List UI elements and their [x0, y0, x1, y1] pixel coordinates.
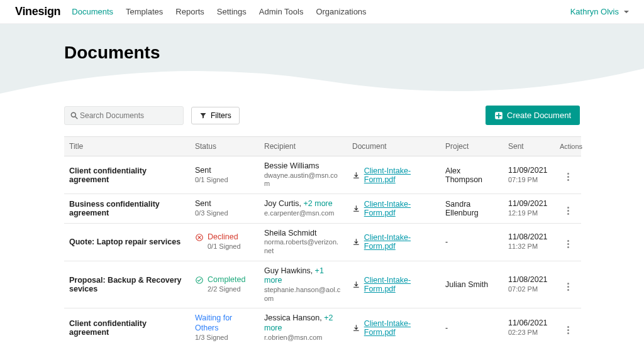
- page-title: Documents: [64, 43, 580, 63]
- status-label: Completed: [208, 275, 245, 285]
- recipient-name: Bessie Williams: [264, 161, 342, 172]
- document-link[interactable]: Client-Intake-Form.pdf: [364, 200, 435, 217]
- download-icon[interactable]: [352, 280, 360, 289]
- cell-title: Client confidentiality agreement: [64, 156, 190, 194]
- user-name: Kathryn Olvis: [570, 7, 619, 16]
- document-link[interactable]: Client-Intake-Form.pdf: [364, 276, 435, 293]
- table-body: Client confidentiality agreementSent0/1 …: [64, 156, 581, 344]
- cell-project: Julian Smith: [440, 261, 503, 308]
- cell-actions[interactable]: [555, 261, 581, 308]
- cell-status: Waiting for Others1/3 Signed: [190, 308, 259, 343]
- recipient-name: Guy Hawkins, +1 more: [264, 266, 342, 286]
- create-label: Create Document: [507, 111, 571, 120]
- nav-link-templates[interactable]: Templates: [126, 7, 163, 16]
- brand-logo: Vinesign: [15, 5, 60, 18]
- cell-document: Client-Intake-Form.pdf: [347, 261, 440, 308]
- top-nav: Vinesign DocumentsTemplatesReportsSettin…: [0, 0, 644, 24]
- status-label: Sent: [195, 166, 228, 176]
- cell-status: Completed2/2 Signed: [190, 261, 259, 308]
- filter-icon: [199, 112, 207, 119]
- cell-sent: 11/08/202111:32 PM: [503, 223, 555, 261]
- sent-date: 11/08/2021: [508, 232, 550, 242]
- cell-title: Business confidentiality agreement: [64, 194, 190, 223]
- cell-document: Client-Intake-Form.pdf: [347, 223, 440, 261]
- sent-time: 07:19 PM: [508, 176, 550, 185]
- cell-document: Client-Intake-Form.pdf: [347, 308, 440, 343]
- col-header-title[interactable]: Title: [64, 137, 190, 156]
- recipient-name: Jessica Hanson, +2 more: [264, 313, 342, 333]
- create-document-button[interactable]: Create Document: [486, 106, 580, 125]
- sent-date: 11/06/2021: [508, 318, 550, 329]
- filters-label: Filters: [211, 111, 231, 120]
- cell-actions[interactable]: [555, 308, 581, 343]
- cell-actions[interactable]: [555, 156, 581, 194]
- cell-actions[interactable]: [555, 194, 581, 223]
- kebab-icon: [567, 205, 569, 215]
- nav-links: DocumentsTemplatesReportsSettingsAdmin T…: [72, 7, 570, 16]
- cell-project: Alex Thompson: [440, 156, 503, 194]
- sent-time: 11:32 PM: [508, 242, 550, 251]
- cell-actions[interactable]: [555, 223, 581, 261]
- download-icon[interactable]: [352, 324, 360, 332]
- table-row[interactable]: Client confidentiality agreementSent0/1 …: [64, 156, 581, 194]
- cell-recipient: Bessie Williamsdwayne.austin@msn.com: [259, 156, 347, 194]
- cell-sent: 11/09/202112:19 PM: [503, 194, 555, 223]
- wave-decoration: [0, 62, 644, 112]
- cell-status: Sent0/3 Signed: [190, 194, 259, 223]
- download-icon[interactable]: [352, 237, 360, 246]
- sent-date: 11/09/2021: [508, 166, 550, 176]
- col-header-sent[interactable]: Sent: [503, 137, 555, 156]
- col-header-status[interactable]: Status: [190, 137, 259, 156]
- recipient-name: Sheila Schmidt: [264, 229, 342, 239]
- search-box[interactable]: [64, 106, 184, 125]
- nav-link-documents[interactable]: Documents: [72, 7, 113, 16]
- cell-sent: 11/08/202107:02 PM: [503, 261, 555, 308]
- table-row[interactable]: Business confidentiality agreementSent0/…: [64, 194, 581, 223]
- table-row[interactable]: Client confidentiality agreementWaiting …: [64, 308, 581, 343]
- col-header-project[interactable]: Project: [440, 137, 503, 156]
- recipient-email: norma.roberts@verizon.net: [264, 238, 342, 256]
- nav-link-admin-tools[interactable]: Admin Tools: [259, 7, 304, 16]
- search-input[interactable]: [79, 111, 178, 121]
- recipient-email: e.carpenter@msn.com: [264, 209, 342, 218]
- table-row[interactable]: Quote: Laptop repair servicesDeclined0/1…: [64, 223, 581, 261]
- nav-link-settings[interactable]: Settings: [217, 7, 247, 16]
- col-header-actions: Actions: [555, 137, 581, 156]
- svg-line-1: [75, 116, 78, 119]
- sent-date: 11/08/2021: [508, 275, 550, 285]
- toolbar: Filters Create Document: [64, 106, 580, 125]
- cell-recipient: Joy Curtis, +2 moree.carpenter@msn.com: [259, 194, 347, 223]
- recipient-email: r.obrien@msn.com: [264, 334, 342, 342]
- user-menu[interactable]: Kathryn Olvis: [570, 7, 629, 16]
- status-sub: 1/3 Signed: [195, 334, 254, 342]
- document-link[interactable]: Client-Intake-Form.pdf: [364, 166, 435, 184]
- nav-link-reports[interactable]: Reports: [175, 7, 204, 16]
- status-sub: 0/1 Signed: [195, 176, 228, 185]
- nav-link-organizations[interactable]: Organizations: [316, 7, 366, 16]
- sent-time: 12:19 PM: [508, 209, 550, 218]
- download-icon[interactable]: [352, 171, 360, 180]
- plus-icon: [494, 111, 503, 120]
- document-link[interactable]: Client-Intake-Form.pdf: [364, 233, 435, 251]
- col-header-recipient[interactable]: Recipient: [259, 137, 347, 156]
- document-link[interactable]: Client-Intake-Form.pdf: [364, 319, 435, 337]
- col-header-document[interactable]: Document: [347, 137, 440, 156]
- cell-project: -: [440, 223, 503, 261]
- table-row[interactable]: Proposal: Backup & Recovery sevicesCompl…: [64, 261, 581, 308]
- cell-recipient: Guy Hawkins, +1 morestephanie.hanson@aol…: [259, 261, 347, 308]
- cell-sent: 11/06/202102:23 PM: [503, 308, 555, 343]
- status-label: Declined: [208, 232, 241, 242]
- filters-button[interactable]: Filters: [191, 107, 240, 124]
- recipient-more[interactable]: +2 more: [304, 199, 333, 208]
- search-icon: [70, 111, 79, 120]
- svg-point-0: [71, 112, 75, 117]
- cell-title: Client confidentiality agreement: [64, 308, 190, 343]
- kebab-icon: [567, 172, 569, 182]
- sent-date: 11/09/2021: [508, 199, 550, 209]
- cell-title: Quote: Laptop repair services: [64, 223, 190, 261]
- chevron-down-icon: [624, 11, 629, 13]
- table-header-row: Title Status Recipient Document Project …: [64, 137, 581, 156]
- cell-document: Client-Intake-Form.pdf: [347, 156, 440, 194]
- download-icon[interactable]: [352, 204, 360, 213]
- cell-document: Client-Intake-Form.pdf: [347, 194, 440, 223]
